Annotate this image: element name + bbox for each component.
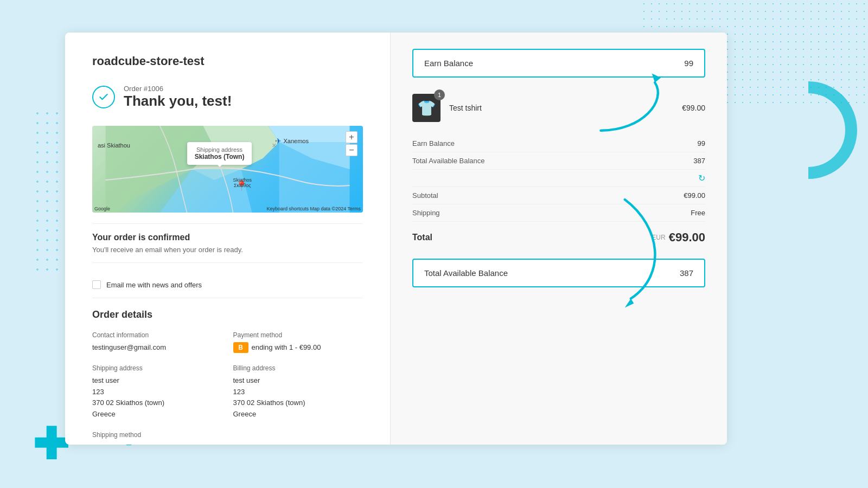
billing-name: test user [233,375,363,387]
email-checkbox[interactable] [92,280,101,289]
total-available-balance-row-label: Total Available Balance [412,157,484,165]
bg-circle-right [760,81,857,179]
total-label: Total [412,233,432,242]
billing-line2: 370 02 Skiathos (town) [233,397,363,409]
tshirt-icon: 👕 [417,99,436,117]
svg-marker-2 [625,299,634,308]
product-quantity-badge: 1 [434,89,445,100]
payment-label: Payment method [233,331,363,339]
shipping-row: Shipping Free [412,204,705,222]
bg-plus-bottom-left: ✚ [33,423,69,466]
contact-value: testinguser@gmail.com [92,342,222,354]
earn-balance-row: Earn Balance 99 [412,135,705,152]
payment-icon: B [233,342,248,353]
order-details-title: Order details [92,309,363,320]
svg-rect-0 [279,142,350,213]
refresh-row: ↻ [412,170,705,187]
shipping-line1: 123 [92,387,222,398]
confirmed-title: Your order is confirmed [92,233,363,242]
shipping-address-section: Shipping address test user 123 370 02 Sk… [92,364,222,420]
details-grid: Contact information testinguser@gmail.co… [92,331,363,445]
shipping-method-label: Shipping method [92,431,222,439]
total-amount: €99.00 [669,230,705,245]
map-popup-place: Skiathos (Town) [195,153,245,160]
payment-value: ending with 1 - €99.00 [252,342,321,354]
left-panel: roadcube-store-test Order #1006 Thank yo… [65,33,391,445]
billing-address-label: Billing address [233,364,363,372]
shipping-country: Greece [92,409,222,420]
product-name: Test tshirt [449,104,673,112]
subtotal-label: Subtotal [412,191,438,200]
map-bg: asi Skiathou ✈ Xanemos Shipping address … [92,126,363,213]
product-price: €99.00 [682,104,705,112]
subtotal-row: Subtotal €99.00 [412,187,705,204]
map-loc1: asi Skiathou [98,142,130,149]
thank-you: Thank you, test! [124,93,232,110]
map-popup-close[interactable]: × [272,141,276,150]
confirmed-text: You'll receive an email when your order … [92,246,363,254]
map-attribution2: Keyboard shortcuts Map data ©2024 Terms [266,206,361,211]
subtotal-value: €99.00 [684,191,705,200]
email-checkbox-label: Email me with news and offers [106,281,202,289]
contact-section: Contact information testinguser@gmail.co… [92,331,222,354]
payment-badge: B ending with 1 - €99.00 [233,342,321,354]
map-zoom-buttons: + − [346,131,358,156]
store-name: roadcube-store-test [92,54,363,68]
order-check-circle [92,86,115,108]
earn-balance-banner: Earn Balance 99 [412,49,705,78]
shipping-address-value: test user 123 370 02 Skiathos (town) Gre… [92,375,222,420]
refresh-icon[interactable]: ↻ [698,173,705,183]
earn-balance-banner-label: Earn Balance [424,59,473,68]
map-popup: Shipping address Skiathos (Town) [187,142,252,165]
total-balance-banner-value: 387 [680,268,693,278]
total-balance-banner-label: Total Available Balance [424,268,508,278]
total-balance-banner: Total Available Balance 387 [412,259,705,287]
shipping-line2: 370 02 Skiathos (town) [92,397,222,409]
main-container: roadcube-store-test Order #1006 Thank yo… [65,33,727,445]
billing-address-section: Billing address test user 123 370 02 Ski… [233,364,363,420]
billing-country: Greece [233,409,363,420]
total-value-container: EUR €99.00 [652,230,705,245]
map-roads-svg [92,126,363,213]
map-loc2-name: Xanemos [284,138,309,144]
right-panel: Earn Balance 99 👕 1 Test tshirt €99.00 E… [391,33,727,445]
total-currency: EUR [652,234,665,241]
contact-label: Contact information [92,331,222,339]
payment-section: Payment method B ending with 1 - €99.00 [233,331,363,354]
map-container: asi Skiathou ✈ Xanemos Shipping address … [92,126,363,213]
earn-balance-banner-value: 99 [684,59,693,68]
map-skiathos: Skiathos Σκιάθος [233,177,252,188]
total-available-balance-row-value: 387 [693,157,705,165]
billing-address-value: test user 123 370 02 Skiathos (town) Gre… [233,375,363,420]
order-meta: Order #1006 Thank you, test! [124,85,232,110]
shipping-method-value: Standard [92,442,222,445]
map-loc3-name: Skiathos [233,177,252,183]
shipping-method-section: Shipping method Standard [92,431,222,445]
earn-balance-row-value: 99 [698,139,705,147]
map-zoom-out[interactable]: − [346,144,358,156]
email-checkbox-row: Email me with news and offers [92,272,363,298]
map-attribution: Google [94,206,110,211]
total-available-balance-row: Total Available Balance 387 [412,152,705,170]
confirmed-section: Your order is confirmed You'll receive a… [92,223,363,263]
order-number: Order #1006 [124,85,232,93]
product-image-container: 👕 1 [412,94,441,122]
map-popup-title: Shipping address [195,146,245,153]
shipping-address-label: Shipping address [92,364,222,372]
total-line: Total EUR €99.00 [412,222,705,253]
map-loc2: ✈ Xanemos [275,137,309,145]
order-header: Order #1006 Thank you, test! [92,85,363,110]
earn-balance-row-label: Earn Balance [412,139,455,147]
map-loc3-greek: Σκιάθος [233,183,252,188]
product-row: 👕 1 Test tshirt €99.00 [412,94,705,122]
billing-line1: 123 [233,387,363,398]
shipping-name: test user [92,375,222,387]
shipping-value: Free [691,209,705,217]
shipping-label: Shipping [412,209,440,217]
map-zoom-in[interactable]: + [346,131,358,143]
